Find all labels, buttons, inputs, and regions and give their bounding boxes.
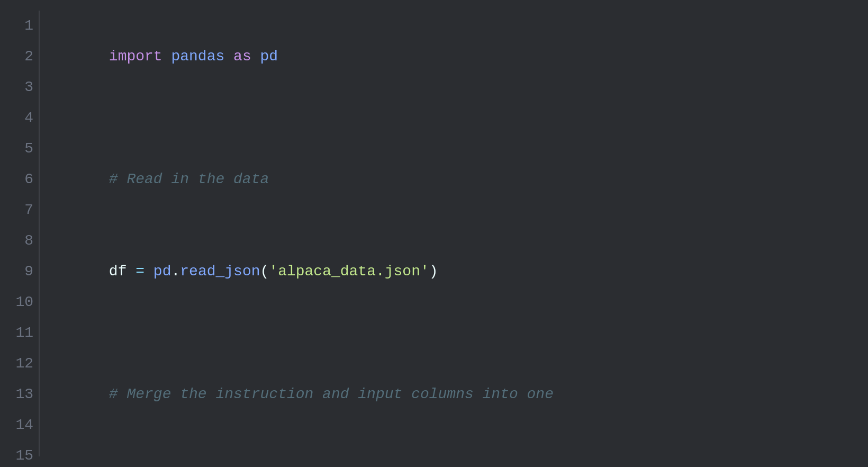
token-pd-4: pd xyxy=(153,263,171,280)
token-eq-4: = xyxy=(135,263,153,280)
token-rparen-4: ) xyxy=(429,263,438,280)
line-num-8: 8 xyxy=(24,226,33,256)
token-as: as xyxy=(233,48,260,65)
token-dot-4: . xyxy=(171,263,180,280)
line-num-7: 7 xyxy=(24,195,33,226)
token-import: import xyxy=(109,48,171,65)
line-num-13: 13 xyxy=(15,379,33,410)
token-pandas: pandas xyxy=(171,48,233,65)
line-num-2: 2 xyxy=(24,41,33,72)
token-pd: pd xyxy=(260,48,278,65)
line-num-4: 4 xyxy=(24,103,33,133)
line-num-12: 12 xyxy=(15,348,33,379)
line-num-11: 11 xyxy=(15,318,33,348)
token-str-4: 'alpaca_data.json' xyxy=(269,263,429,280)
code-line-2 xyxy=(56,103,852,133)
line-num-9: 9 xyxy=(24,256,33,287)
line-num-10: 10 xyxy=(15,287,33,318)
line-num-6: 6 xyxy=(24,164,33,195)
token-comment-6: # Merge the instruction and input column… xyxy=(109,386,554,402)
token-lparen-4: ( xyxy=(260,263,269,280)
token-readjson: read_json xyxy=(180,263,260,280)
code-editor: 1 2 3 4 5 6 7 8 9 10 11 12 13 14 15 impo… xyxy=(0,0,868,467)
code-line-4: df = pd.read_json('alpaca_data.json') xyxy=(56,226,852,318)
code-line-6: # Merge the instruction and input column… xyxy=(56,348,852,441)
code-line-7: df['instruction'] = df.apply( xyxy=(56,441,852,456)
line-num-15: 15 xyxy=(15,441,33,467)
line-num-3: 3 xyxy=(24,72,33,103)
code-line-5 xyxy=(56,318,852,348)
line-num-14: 14 xyxy=(15,410,33,441)
code-content[interactable]: import pandas as pd # Read in the data d… xyxy=(40,11,868,456)
code-line-3: # Read in the data xyxy=(56,133,852,226)
token-comment-3: # Read in the data xyxy=(109,171,269,187)
line-numbers: 1 2 3 4 5 6 7 8 9 10 11 12 13 14 15 xyxy=(0,11,40,456)
code-line-1: import pandas as pd xyxy=(56,11,852,103)
token-df-4: df xyxy=(109,263,135,280)
line-num-1: 1 xyxy=(24,11,33,41)
line-num-5: 5 xyxy=(24,133,33,164)
